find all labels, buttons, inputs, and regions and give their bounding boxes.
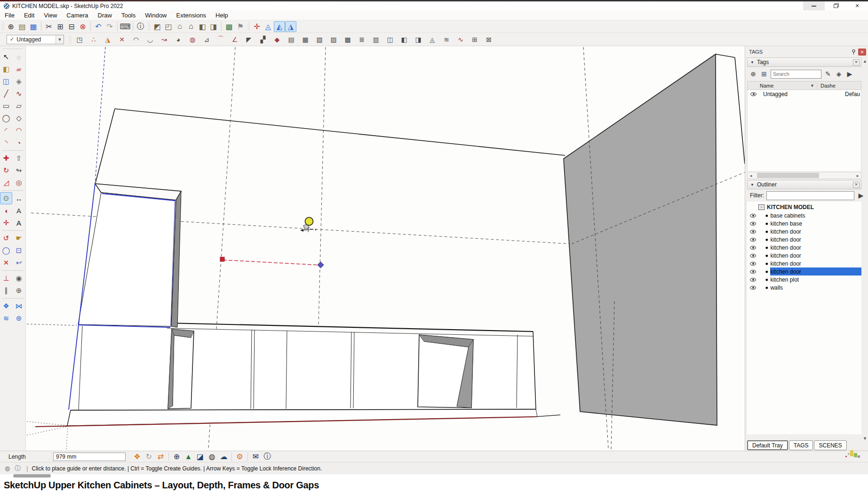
section-plane-icon[interactable]: ◬ (263, 21, 274, 32)
draw-tool-8-icon[interactable]: ◕ (171, 34, 185, 45)
geo-globe-icon[interactable]: ◍ (206, 452, 218, 462)
zoom-tool-icon[interactable]: ◯ (0, 244, 12, 257)
tray-scroll-up-icon[interactable]: ▲ (863, 59, 867, 64)
extension-tool-d-icon[interactable]: ⊛ (13, 312, 25, 324)
section-cuts-icon[interactable]: ◮ (285, 21, 296, 32)
dimension-tool-icon[interactable]: ↔ (13, 192, 25, 204)
3d-text-tool-icon[interactable]: A (13, 217, 25, 229)
draw-tool-9-icon[interactable]: ◍ (185, 34, 199, 45)
add-tag-folder-icon[interactable]: ⊞ (760, 70, 768, 78)
shaded-textures-icon[interactable]: ▩ (223, 21, 235, 32)
draw-tool-2-icon[interactable]: ∴ (87, 34, 101, 45)
toolbar-grip[interactable] (247, 22, 250, 31)
collapse-triangle-icon[interactable]: ▼ (750, 183, 754, 187)
sync-refresh-icon[interactable]: ↻ (143, 452, 155, 462)
active-tag-combobox[interactable]: ✓ Untagged ▼ (7, 35, 64, 44)
draw-tool-26-icon[interactable]: ◬ (425, 34, 439, 45)
visibility-eye-icon[interactable] (750, 270, 756, 274)
arc-tool-icon[interactable]: ◜ (0, 124, 12, 137)
visibility-eye-icon[interactable] (750, 254, 756, 258)
save-file-icon[interactable]: ▦ (28, 21, 39, 32)
collapse-triangle-icon[interactable]: ▼ (750, 60, 754, 65)
view-top-icon[interactable]: ◰ (163, 21, 174, 32)
tab-tags[interactable]: TAGS (789, 440, 813, 450)
freehand-tool-icon[interactable]: ∿ (13, 88, 25, 100)
outliner-item[interactable]: ■ kitchen door (747, 259, 861, 267)
offset-tool-icon[interactable]: ◎ (13, 177, 25, 189)
axes-display-icon[interactable]: ✛ (251, 21, 263, 32)
orbit-tool-icon[interactable]: ↺ (0, 232, 12, 244)
menu-edit[interactable]: Edit (19, 11, 39, 20)
info-circle-icon[interactable]: ⓘ (262, 452, 273, 462)
add-tag-icon[interactable]: ⊕ (749, 70, 757, 78)
details-arrow-icon[interactable]: ▶ (845, 70, 854, 78)
open-file-icon[interactable]: ▤ (16, 21, 28, 32)
menu-file[interactable]: File (0, 11, 19, 20)
draw-tool-18-icon[interactable]: ▧ (312, 34, 326, 45)
draw-tool-15-icon[interactable]: ◆ (270, 34, 284, 45)
draw-tool-27-icon[interactable]: ≋ (439, 34, 454, 45)
line-tool-icon[interactable]: ╱ (0, 88, 12, 100)
close-button[interactable]: ✕ (846, 1, 868, 10)
erase-delete-icon[interactable]: ⊗ (77, 21, 88, 32)
three-point-arc-tool-icon[interactable]: ◝ (0, 137, 12, 149)
credits-info-icon[interactable]: ⓘ (15, 464, 21, 473)
section-plane-tool-icon[interactable]: ⊕ (13, 284, 25, 297)
extension-tool-c-icon[interactable]: ≋ (0, 312, 12, 324)
draw-tool-14-icon[interactable]: ▞ (256, 34, 270, 45)
visibility-eye-icon[interactable] (750, 246, 756, 250)
scroll-left-icon[interactable]: ◂ (748, 173, 754, 178)
look-around-tool-icon[interactable]: ◉ (13, 272, 25, 284)
menu-help[interactable]: Help (211, 11, 233, 20)
zoom-window-tool-icon[interactable]: ⊡ (13, 244, 25, 257)
outliner-item[interactable]: ■ walls (747, 283, 861, 292)
make-component-tool-icon[interactable]: ◫ (0, 75, 12, 88)
purge-tags-icon[interactable]: ◈ (835, 70, 843, 78)
sketchup-connect-icon[interactable]: ❖ (131, 452, 143, 462)
draw-tool-7-icon[interactable]: ↝ (157, 34, 171, 45)
lasso-tool-icon[interactable]: ◌ (13, 51, 25, 63)
copy-icon[interactable]: ⊞ (55, 21, 66, 32)
menu-camera[interactable]: Camera (62, 11, 93, 20)
section-display-icon[interactable]: ◭ (274, 21, 285, 32)
chevron-down-icon[interactable]: ▼ (56, 35, 64, 44)
name-column-header[interactable]: Name ▼ (748, 83, 817, 89)
tab-default-tray[interactable]: Default Tray (747, 440, 788, 450)
view-back-icon[interactable]: ⌂ (185, 21, 197, 32)
rotate-tool-icon[interactable]: ↻ (0, 164, 12, 177)
geolocation-icon[interactable]: ◍ (5, 465, 10, 472)
tags-panel-close-icon[interactable]: ✕ (853, 59, 860, 65)
draw-tool-16-icon[interactable]: ▤ (284, 34, 298, 45)
zoom-extents-tool-icon[interactable]: ✕ (0, 257, 12, 269)
scale-tool-icon[interactable]: ◿ (0, 177, 12, 189)
outliner-panel-header[interactable]: ▼ Outliner ✕ (747, 180, 861, 189)
walk-tool-icon[interactable]: ∥ (0, 284, 12, 297)
minimize-button[interactable] (803, 1, 825, 10)
outliner-item[interactable]: ■ kitchen door (747, 227, 861, 235)
paste-icon[interactable]: ⊟ (66, 21, 77, 32)
tags-panel-header[interactable]: ▼ Tags ✕ (747, 57, 861, 67)
scroll-right-icon[interactable]: ▸ (854, 173, 861, 178)
tray-scroll-down-icon[interactable]: ▼ (863, 436, 867, 441)
model-canvas[interactable] (26, 46, 745, 451)
draw-tool-17-icon[interactable]: ▦ (298, 34, 312, 45)
materials-wedge-icon[interactable]: ◪ (194, 452, 206, 462)
model-info-icon[interactable]: ⓘ (135, 21, 146, 32)
add-location-icon[interactable]: ⊕ (171, 452, 183, 462)
tag-row-untagged[interactable]: Untagged Defau (748, 90, 861, 98)
draw-tool-23-icon[interactable]: ◫ (383, 34, 397, 45)
select-tool-icon[interactable]: ↖ (0, 51, 12, 63)
move-tool-icon[interactable]: ✚ (0, 152, 12, 164)
dashes-column-header[interactable]: Dashe (817, 83, 861, 89)
scrollbar-thumb[interactable] (757, 173, 819, 178)
pencil-edit-icon[interactable]: ✎ (824, 70, 832, 78)
visibility-eye-icon[interactable] (750, 222, 756, 226)
tags-horizontal-scrollbar[interactable]: ◂ ▸ (747, 172, 861, 179)
draw-tool-21-icon[interactable]: ≣ (355, 34, 369, 45)
visibility-eye-icon[interactable] (750, 286, 756, 290)
draw-tool-12-icon[interactable]: ∠ (228, 34, 242, 45)
menu-draw[interactable]: Draw (93, 11, 117, 20)
transfer-arrows-icon[interactable]: ⇄ (155, 452, 167, 462)
rotated-rectangle-tool-icon[interactable]: ▱ (13, 100, 25, 112)
visibility-eye-icon[interactable] (750, 238, 756, 242)
